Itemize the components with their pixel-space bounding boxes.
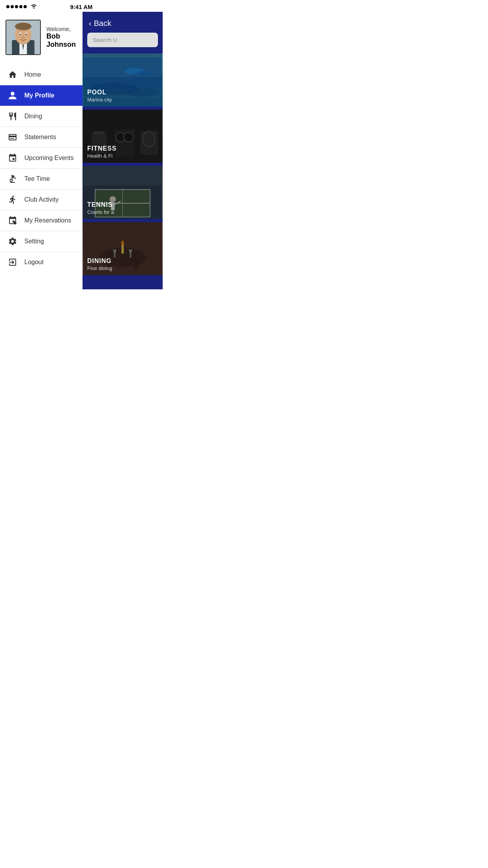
back-button[interactable]: ‹ Back bbox=[83, 12, 163, 33]
sidebar-item-home[interactable]: Home bbox=[0, 64, 83, 85]
sidebar-item-home-label: Home bbox=[24, 71, 41, 78]
card-tennis-content: TENNIS Courts for a bbox=[83, 197, 163, 219]
svg-point-10 bbox=[22, 36, 24, 38]
sidebar-item-setting[interactable]: Setting bbox=[0, 231, 83, 252]
welcome-label: Welcome, bbox=[46, 26, 77, 32]
signal-dots bbox=[6, 5, 27, 8]
card-fitness-category: FITNESS bbox=[87, 145, 158, 152]
card-tennis-category: TENNIS bbox=[87, 201, 158, 208]
card-dining-category: DINING bbox=[87, 257, 158, 265]
status-time: 9:41 AM bbox=[70, 4, 93, 10]
card-fitness-content: FITNESS Health & Fi bbox=[83, 141, 163, 163]
card-pool-content: POOL Marina city bbox=[83, 85, 163, 107]
activity-icon bbox=[7, 195, 18, 204]
sidebar-item-my-reservations-label: My Reservations bbox=[24, 217, 71, 224]
card-pool-subtitle: Marina city bbox=[87, 97, 158, 103]
search-placeholder: Search U bbox=[93, 37, 152, 43]
sidebar-item-tee-time-label: Tee Time bbox=[24, 175, 50, 182]
cards-list: POOL Marina city bbox=[83, 53, 163, 289]
sidebar-item-upcoming-events-label: Upcoming Events bbox=[24, 154, 73, 162]
svg-point-9 bbox=[26, 33, 27, 35]
settings-icon bbox=[7, 237, 18, 246]
calendar-icon bbox=[7, 153, 18, 163]
sidebar-item-logout[interactable]: Logout bbox=[0, 252, 83, 272]
nav-menu: Home My Profile Dining bbox=[0, 64, 83, 289]
sidebar-item-setting-label: Setting bbox=[24, 238, 44, 245]
back-chevron-icon: ‹ bbox=[89, 19, 92, 28]
sidebar-item-club-activity[interactable]: Club Activity bbox=[0, 189, 83, 210]
right-panel: ‹ Back Search U bbox=[83, 12, 163, 289]
status-left bbox=[6, 4, 37, 10]
sidebar-item-dining[interactable]: Dining bbox=[0, 106, 83, 127]
sidebar-item-dining-label: Dining bbox=[24, 113, 42, 120]
logout-icon bbox=[7, 257, 18, 267]
statements-icon bbox=[7, 132, 18, 142]
svg-point-8 bbox=[19, 33, 21, 35]
user-header: Welcome, Bob Johnson bbox=[0, 12, 83, 64]
user-name: Bob Johnson bbox=[46, 32, 77, 49]
signal-dot-2 bbox=[11, 5, 14, 8]
card-pool[interactable]: POOL Marina city bbox=[83, 53, 163, 107]
status-bar: 9:41 AM bbox=[0, 0, 163, 12]
welcome-text: Welcome, Bob Johnson bbox=[46, 26, 77, 49]
svg-point-5 bbox=[15, 23, 31, 30]
golf-icon bbox=[7, 174, 18, 184]
card-dining-subtitle: Fine dining bbox=[87, 265, 158, 271]
wifi-icon bbox=[31, 4, 37, 10]
card-dining-content: DINING Fine dining bbox=[83, 254, 163, 275]
search-bar[interactable]: Search U bbox=[87, 33, 158, 47]
card-tennis-subtitle: Courts for a bbox=[87, 209, 158, 215]
home-icon bbox=[7, 70, 18, 79]
card-pool-category: POOL bbox=[87, 89, 158, 96]
back-label: Back bbox=[94, 19, 111, 28]
avatar-image bbox=[6, 20, 40, 54]
sidebar-item-upcoming-events[interactable]: Upcoming Events bbox=[0, 148, 83, 169]
sidebar-item-my-profile[interactable]: My Profile bbox=[0, 85, 83, 106]
sidebar-item-my-profile-label: My Profile bbox=[24, 92, 54, 99]
signal-dot-5 bbox=[24, 5, 27, 8]
sidebar-item-tee-time[interactable]: Tee Time bbox=[0, 169, 83, 189]
sidebar-item-logout-label: Logout bbox=[24, 259, 44, 266]
main-layout: Welcome, Bob Johnson Home bbox=[0, 12, 163, 289]
left-drawer: Welcome, Bob Johnson Home bbox=[0, 12, 83, 289]
sidebar-item-statements[interactable]: Statements bbox=[0, 127, 83, 148]
sidebar-item-statements-label: Statements bbox=[24, 134, 56, 141]
sidebar-item-club-activity-label: Club Activity bbox=[24, 196, 59, 203]
dining-icon bbox=[7, 112, 18, 121]
card-fitness-subtitle: Health & Fi bbox=[87, 153, 158, 159]
person-icon bbox=[7, 91, 18, 100]
avatar bbox=[6, 20, 41, 55]
signal-dot-4 bbox=[19, 5, 22, 8]
signal-dot-3 bbox=[15, 5, 18, 8]
reservations-icon bbox=[7, 216, 18, 225]
card-dining[interactable]: DINING Fine dining bbox=[83, 222, 163, 275]
signal-dot-1 bbox=[6, 5, 9, 8]
sidebar-item-my-reservations[interactable]: My Reservations bbox=[0, 210, 83, 231]
card-tennis[interactable]: TENNIS Courts for a bbox=[83, 166, 163, 219]
card-fitness[interactable]: FITNESS Health & Fi bbox=[83, 110, 163, 163]
